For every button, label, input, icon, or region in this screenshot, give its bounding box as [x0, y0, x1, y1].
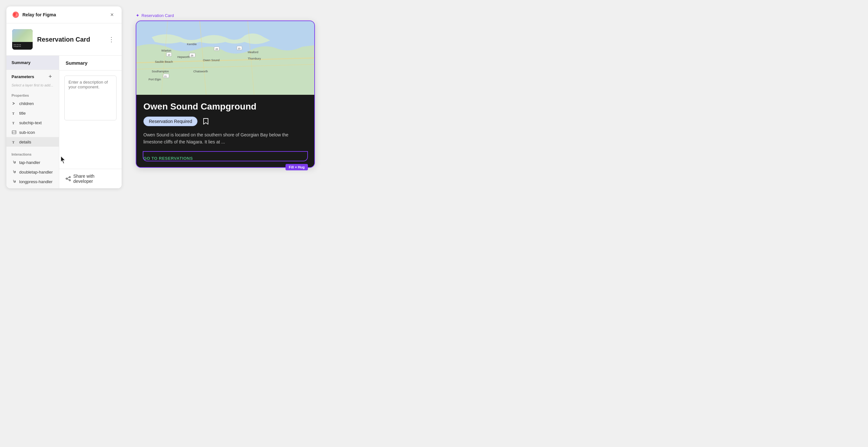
- svg-text:Owen Sound: Owen Sound: [203, 59, 220, 62]
- property-children-label: children: [19, 101, 34, 106]
- card-chips: Reservation Required: [144, 117, 307, 126]
- svg-text:Kemble: Kemble: [187, 42, 197, 46]
- property-subchip-text[interactable]: T subchip-text: [6, 118, 59, 127]
- app-title: Relay for Figma: [22, 12, 56, 17]
- svg-text:Port Elgin: Port Elgin: [149, 78, 161, 81]
- svg-text:Wiarton: Wiarton: [161, 49, 171, 52]
- arrow-right-icon: [11, 101, 17, 106]
- svg-text:Southampton: Southampton: [152, 70, 169, 73]
- card-description: Owen Sound is located on the southern sh…: [144, 131, 307, 146]
- svg-text:T: T: [12, 140, 15, 144]
- gesture-icon-1: [11, 160, 17, 165]
- svg-text:T: T: [12, 112, 15, 115]
- fill-hug-badge: Fill × Hug: [285, 164, 308, 170]
- parameters-label: Parameters: [11, 74, 34, 79]
- svg-text:Meaford: Meaford: [248, 51, 258, 54]
- svg-text:21: 21: [164, 75, 167, 78]
- svg-text:10: 10: [168, 54, 170, 56]
- svg-line-11: [67, 177, 69, 178]
- thumbnail-dark: Owen SoundCampground: [12, 42, 33, 50]
- svg-text:Thornbury: Thornbury: [248, 57, 261, 60]
- interaction-doubletap-handler[interactable]: doubletap-handler: [6, 167, 59, 177]
- property-children[interactable]: children: [6, 99, 59, 108]
- parameters-header: Parameters +: [6, 70, 59, 82]
- svg-text:Hepworth: Hepworth: [177, 55, 190, 59]
- property-details-label: details: [19, 140, 31, 144]
- svg-text:Sauble Beach: Sauble Beach: [155, 60, 173, 63]
- property-title[interactable]: T title: [6, 108, 59, 118]
- right-tab-title: Summary: [59, 56, 122, 70]
- gesture-icon-2: [11, 169, 17, 175]
- reservation-chip: Reservation Required: [144, 117, 197, 126]
- thumbnail-map: [12, 29, 33, 42]
- add-parameter-button[interactable]: +: [47, 73, 54, 80]
- card-title: Owen Sound Campground: [144, 101, 307, 112]
- right-content: Summary Share with developer: [59, 56, 122, 188]
- share-footer[interactable]: Share with developer: [59, 169, 122, 188]
- interaction-longpress-label: longpress-handler: [19, 179, 53, 184]
- reservation-card: Wiarton Kemble Sauble Beach Hepworth Owe…: [136, 21, 315, 168]
- gesture-icon-3: [11, 179, 17, 184]
- component-name: Reservation Card: [37, 36, 90, 43]
- interaction-longpress-handler[interactable]: longpress-handler: [6, 177, 59, 186]
- description-textarea[interactable]: [64, 76, 117, 120]
- card-section-label: ✦ Reservation Card: [136, 13, 174, 18]
- thumbnail-text: Owen SoundCampground: [13, 44, 21, 48]
- relay-logo-icon: [12, 11, 19, 18]
- text-icon: T: [11, 111, 17, 116]
- component-thumbnail: Owen SoundCampground: [12, 29, 33, 50]
- close-button[interactable]: ×: [108, 11, 116, 19]
- card-content: Owen Sound Campground Reservation Requir…: [136, 95, 314, 167]
- share-label: Share with developer: [73, 174, 115, 184]
- component-header: Owen SoundCampground Reservation Card ⋮: [6, 23, 122, 56]
- share-icon: [66, 176, 71, 181]
- svg-text:26: 26: [215, 48, 218, 50]
- map-svg: Wiarton Kemble Sauble Beach Hepworth Owe…: [136, 21, 314, 95]
- figma-component-icon: ✦: [136, 13, 140, 18]
- svg-point-8: [69, 176, 70, 178]
- svg-text:Chatsworth: Chatsworth: [193, 70, 208, 73]
- panel-header-left: Relay for Figma: [12, 11, 56, 18]
- card-label-text: Reservation Card: [142, 13, 174, 18]
- interaction-doubletap-label: doubletap-handler: [19, 170, 53, 175]
- svg-line-12: [67, 179, 69, 180]
- chip-label: Reservation Required: [149, 119, 192, 124]
- panel-header: Relay for Figma ×: [6, 6, 122, 23]
- text-icon-2: T: [11, 120, 17, 125]
- property-sub-icon[interactable]: sub-icon: [6, 127, 59, 137]
- image-icon: [11, 130, 17, 135]
- svg-point-9: [69, 180, 70, 181]
- svg-text:26: 26: [191, 54, 193, 57]
- card-footer: GO TO RESERVATIONS Fill × Hug: [144, 151, 307, 161]
- component-header-left: Owen SoundCampground Reservation Card: [12, 29, 90, 50]
- interaction-tap-label: tap-handler: [19, 160, 40, 165]
- bookmark-icon[interactable]: [201, 117, 210, 126]
- interaction-tap-handler[interactable]: tap-handler: [6, 157, 59, 167]
- property-sub-icon-label: sub-icon: [19, 130, 35, 135]
- properties-section: Properties children T title T: [6, 90, 59, 149]
- select-hint: Select a layer first to add...: [6, 82, 59, 90]
- panel-body: Summary Parameters + Select a layer firs…: [6, 56, 122, 188]
- property-title-label: title: [19, 111, 26, 116]
- cta-label[interactable]: GO TO RESERVATIONS: [144, 156, 193, 161]
- description-area: [59, 70, 122, 169]
- left-panel: Relay for Figma × Owen SoundCampground R…: [6, 6, 122, 188]
- card-map: Wiarton Kemble Sauble Beach Hepworth Owe…: [136, 21, 314, 95]
- properties-section-label: Properties: [6, 92, 59, 99]
- sidebar-tabs: Summary Parameters + Select a layer firs…: [6, 56, 59, 188]
- svg-point-10: [66, 178, 67, 179]
- svg-point-1: [13, 13, 16, 16]
- right-panel: ✦ Reservation Card Wiarton Kemble Sauble: [129, 6, 862, 174]
- property-subchip-text-label: subchip-text: [19, 120, 41, 125]
- tab-summary[interactable]: Summary: [6, 56, 59, 70]
- more-options-button[interactable]: ⋮: [107, 35, 116, 44]
- interactions-section: Interactions tap-handler doubletap-handl…: [6, 149, 59, 188]
- svg-text:10: 10: [238, 48, 240, 50]
- interactions-section-label: Interactions: [6, 150, 59, 157]
- property-details[interactable]: T details: [6, 137, 59, 147]
- svg-text:T: T: [12, 121, 15, 125]
- svg-point-2: [16, 14, 18, 16]
- text-icon-3: T: [11, 139, 17, 144]
